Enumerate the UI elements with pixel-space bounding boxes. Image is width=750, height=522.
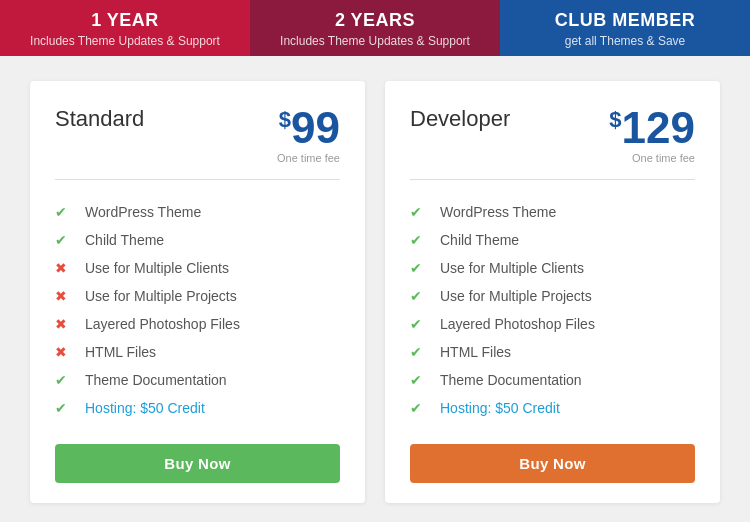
check-icon: ✔ bbox=[410, 372, 430, 388]
feature-list-developer: ✔WordPress Theme✔Child Theme✔Use for Mul… bbox=[410, 198, 695, 422]
check-icon: ✔ bbox=[410, 232, 430, 248]
pricing-tabs: 1 YEAR Includes Theme Updates & Support … bbox=[0, 0, 750, 56]
card-header-standard: Standard $99 One time fee bbox=[55, 106, 340, 180]
card-developer: Developer $129 One time fee ✔WordPress T… bbox=[385, 81, 720, 503]
price-label-standard: One time fee bbox=[277, 152, 340, 164]
price-block-standard: $99 One time fee bbox=[277, 106, 340, 164]
feature-item-developer-1: ✔Child Theme bbox=[410, 226, 695, 254]
dollar-sign-standard: $ bbox=[279, 107, 291, 132]
price-label-developer: One time fee bbox=[609, 152, 695, 164]
feature-item-standard-1: ✔Child Theme bbox=[55, 226, 340, 254]
feature-item-standard-0: ✔WordPress Theme bbox=[55, 198, 340, 226]
price-amount-developer: $129 bbox=[609, 106, 695, 150]
plan-name-standard: Standard bbox=[55, 106, 144, 132]
feature-text-developer-2: Use for Multiple Clients bbox=[440, 260, 584, 276]
feature-text-standard-0: WordPress Theme bbox=[85, 204, 201, 220]
feature-item-standard-6: ✔Theme Documentation bbox=[55, 366, 340, 394]
feature-text-developer-5: HTML Files bbox=[440, 344, 511, 360]
feature-item-standard-7: ✔Hosting: $50 Credit bbox=[55, 394, 340, 422]
feature-text-standard-1: Child Theme bbox=[85, 232, 164, 248]
feature-text-standard-2: Use for Multiple Clients bbox=[85, 260, 229, 276]
feature-item-developer-5: ✔HTML Files bbox=[410, 338, 695, 366]
feature-text-developer-1: Child Theme bbox=[440, 232, 519, 248]
check-icon: ✔ bbox=[410, 260, 430, 276]
buy-button-developer[interactable]: Buy Now bbox=[410, 444, 695, 483]
feature-item-developer-0: ✔WordPress Theme bbox=[410, 198, 695, 226]
tab-subtitle-club: get all Themes & Save bbox=[500, 34, 750, 48]
feature-item-standard-4: ✖Layered Photoshop Files bbox=[55, 310, 340, 338]
feature-item-standard-5: ✖HTML Files bbox=[55, 338, 340, 366]
feature-item-standard-3: ✖Use for Multiple Projects bbox=[55, 282, 340, 310]
buy-button-standard[interactable]: Buy Now bbox=[55, 444, 340, 483]
check-icon: ✔ bbox=[410, 344, 430, 360]
feature-text-standard-4: Layered Photoshop Files bbox=[85, 316, 240, 332]
tab-subtitle-2years: Includes Theme Updates & Support bbox=[250, 34, 500, 48]
check-icon: ✔ bbox=[55, 232, 75, 248]
tab-subtitle-1year: Includes Theme Updates & Support bbox=[0, 34, 250, 48]
check-icon: ✔ bbox=[55, 204, 75, 220]
check-icon: ✔ bbox=[410, 400, 430, 416]
feature-text-developer-3: Use for Multiple Projects bbox=[440, 288, 592, 304]
feature-item-developer-6: ✔Theme Documentation bbox=[410, 366, 695, 394]
feature-text-developer-6: Theme Documentation bbox=[440, 372, 582, 388]
feature-text-standard-6: Theme Documentation bbox=[85, 372, 227, 388]
cross-icon: ✖ bbox=[55, 260, 75, 276]
check-icon: ✔ bbox=[410, 288, 430, 304]
feature-item-developer-2: ✔Use for Multiple Clients bbox=[410, 254, 695, 282]
feature-item-standard-2: ✖Use for Multiple Clients bbox=[55, 254, 340, 282]
cross-icon: ✖ bbox=[55, 288, 75, 304]
card-header-developer: Developer $129 One time fee bbox=[410, 106, 695, 180]
check-icon: ✔ bbox=[410, 316, 430, 332]
tab-club[interactable]: CLUB MEMBER get all Themes & Save bbox=[500, 0, 750, 56]
check-icon: ✔ bbox=[410, 204, 430, 220]
price-amount-standard: $99 bbox=[277, 106, 340, 150]
feature-text-standard-5: HTML Files bbox=[85, 344, 156, 360]
tab-2years[interactable]: 2 YEARS Includes Theme Updates & Support bbox=[250, 0, 500, 56]
tab-title-club: CLUB MEMBER bbox=[500, 10, 750, 31]
price-block-developer: $129 One time fee bbox=[609, 106, 695, 164]
check-icon: ✔ bbox=[55, 372, 75, 388]
cross-icon: ✖ bbox=[55, 316, 75, 332]
check-icon: ✔ bbox=[55, 400, 75, 416]
plan-name-developer: Developer bbox=[410, 106, 510, 132]
tab-title-1year: 1 YEAR bbox=[0, 10, 250, 31]
cross-icon: ✖ bbox=[55, 344, 75, 360]
pricing-content: Standard $99 One time fee ✔WordPress The… bbox=[0, 56, 750, 522]
card-standard: Standard $99 One time fee ✔WordPress The… bbox=[30, 81, 365, 503]
feature-text-developer-4: Layered Photoshop Files bbox=[440, 316, 595, 332]
feature-link-developer-7[interactable]: Hosting: $50 Credit bbox=[440, 400, 560, 416]
feature-text-standard-3: Use for Multiple Projects bbox=[85, 288, 237, 304]
feature-item-developer-4: ✔Layered Photoshop Files bbox=[410, 310, 695, 338]
dollar-sign-developer: $ bbox=[609, 107, 621, 132]
feature-list-standard: ✔WordPress Theme✔Child Theme✖Use for Mul… bbox=[55, 198, 340, 422]
feature-item-developer-7: ✔Hosting: $50 Credit bbox=[410, 394, 695, 422]
feature-text-developer-0: WordPress Theme bbox=[440, 204, 556, 220]
feature-item-developer-3: ✔Use for Multiple Projects bbox=[410, 282, 695, 310]
tab-1year[interactable]: 1 YEAR Includes Theme Updates & Support bbox=[0, 0, 250, 56]
tab-title-2years: 2 YEARS bbox=[250, 10, 500, 31]
feature-link-standard-7[interactable]: Hosting: $50 Credit bbox=[85, 400, 205, 416]
